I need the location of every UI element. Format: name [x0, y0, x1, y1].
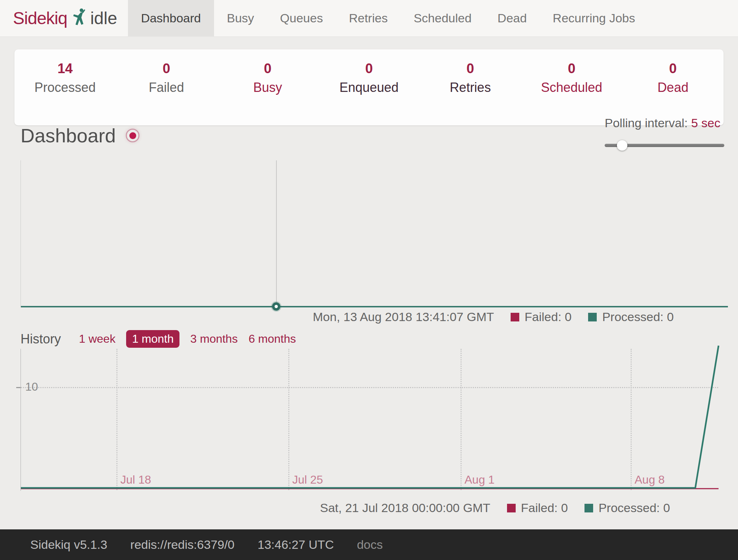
x-tick-aug-8: Aug 8: [635, 473, 665, 486]
stat-scheduled-link[interactable]: Scheduled: [521, 80, 622, 95]
gymnast-icon: [71, 8, 86, 27]
history-chart[interactable]: 10 Jul 18 Jul 25 Aug 1 Aug 8: [21, 349, 718, 491]
realtime-processed-line: [21, 306, 728, 307]
realtime-legend-processed: Processed: 0: [588, 310, 673, 324]
x-tick-jul-18: Jul 18: [120, 473, 151, 486]
range-3-months[interactable]: 3 months: [190, 332, 238, 346]
polling-slider[interactable]: [605, 140, 728, 150]
footer-time: 13:46:27 UTC: [258, 538, 334, 552]
stat-failed: 0 Failed: [116, 61, 217, 125]
history-title: History: [21, 332, 61, 347]
tab-dashboard[interactable]: Dashboard: [128, 0, 214, 36]
failed-swatch-icon: [507, 504, 516, 512]
processed-swatch-icon: [588, 313, 597, 321]
history-legend-failed: Failed: 0: [507, 501, 568, 515]
y-tick-label: 10: [25, 380, 38, 394]
polling-label-line: Polling interval: 5 sec: [605, 116, 728, 130]
tab-scheduled[interactable]: Scheduled: [401, 0, 485, 36]
stat-processed-label: Processed: [14, 80, 116, 95]
processed-swatch-icon: [584, 504, 593, 512]
stat-enqueued-link[interactable]: Enqueued: [318, 80, 419, 95]
realtime-hover-marker: [272, 302, 280, 311]
stat-processed: 14 Processed: [14, 61, 116, 125]
tab-busy[interactable]: Busy: [214, 0, 267, 36]
stat-retries-value: 0: [420, 61, 521, 76]
stat-dead-link[interactable]: Dead: [622, 80, 724, 95]
live-beacon-icon: [126, 129, 139, 142]
realtime-hover-cursor: [276, 160, 277, 306]
stat-enqueued-value: 0: [318, 61, 419, 76]
footer: Sidekiq v5.1.3 redis://redis:6379/0 13:4…: [0, 529, 738, 560]
history-series-svg: [21, 349, 719, 491]
stat-retries-link[interactable]: Retries: [420, 80, 521, 95]
polling-interval-link[interactable]: 5 sec: [691, 116, 720, 130]
nav-tabs: Dashboard Busy Queues Retries Scheduled …: [128, 0, 648, 36]
tab-queues[interactable]: Queues: [267, 0, 336, 36]
footer-docs-link[interactable]: docs: [357, 538, 383, 552]
stat-failed-label: Failed: [116, 80, 217, 95]
stat-scheduled-value: 0: [521, 61, 622, 76]
stat-dead-value: 0: [622, 61, 724, 76]
range-6-months[interactable]: 6 months: [249, 332, 296, 346]
navbar: Sidekiq idle Dashboard Busy Queues Retri…: [0, 0, 738, 37]
realtime-legend: Mon, 13 Aug 2018 13:41:07 GMT Failed: 0 …: [313, 310, 674, 324]
stat-busy: 0 Busy: [217, 61, 318, 125]
x-tick-jul-25: Jul 25: [292, 473, 323, 486]
realtime-legend-time: Mon, 13 Aug 2018 13:41:07 GMT: [313, 310, 494, 324]
status-text: idle: [90, 8, 117, 28]
page-title: Dashboard: [21, 124, 116, 147]
polling-label: Polling interval:: [605, 116, 688, 130]
stat-processed-value: 14: [14, 61, 116, 76]
realtime-legend-failed: Failed: 0: [511, 310, 572, 324]
range-1-week[interactable]: 1 week: [79, 332, 115, 346]
range-1-month[interactable]: 1 month: [126, 330, 179, 348]
polling-control: Polling interval: 5 sec: [605, 116, 728, 150]
page-head: Dashboard: [21, 124, 139, 147]
slider-thumb[interactable]: [617, 140, 627, 151]
stat-failed-value: 0: [116, 61, 217, 76]
x-tick-aug-1: Aug 1: [464, 473, 495, 486]
tab-retries[interactable]: Retries: [336, 0, 401, 36]
history-legend-processed: Processed: 0: [584, 501, 670, 515]
brand[interactable]: Sidekiq idle: [0, 0, 117, 36]
realtime-chart[interactable]: [21, 160, 728, 307]
failed-swatch-icon: [511, 313, 519, 321]
stat-retries: 0 Retries: [420, 61, 521, 125]
history-legend-time: Sat, 21 Jul 2018 00:00:00 GMT: [320, 501, 490, 515]
footer-version: Sidekiq v5.1.3: [30, 538, 107, 552]
stat-busy-link[interactable]: Busy: [217, 80, 318, 95]
brand-name[interactable]: Sidekiq: [13, 8, 67, 28]
history-header: History 1 week 1 month 3 months 6 months: [21, 330, 307, 348]
stat-enqueued: 0 Enqueued: [318, 61, 419, 125]
footer-redis-url: redis://redis:6379/0: [130, 538, 235, 552]
stats-summary-card: 14 Processed 0 Failed 0 Busy 0 Enqueued …: [14, 49, 724, 125]
tab-recurring-jobs[interactable]: Recurring Jobs: [540, 0, 648, 36]
history-legend: Sat, 21 Jul 2018 00:00:00 GMT Failed: 0 …: [320, 501, 670, 515]
live-beacon-dot: [129, 132, 136, 139]
stat-busy-value: 0: [217, 61, 318, 76]
y-axis-tick: [16, 387, 21, 388]
tab-dead[interactable]: Dead: [485, 0, 540, 36]
